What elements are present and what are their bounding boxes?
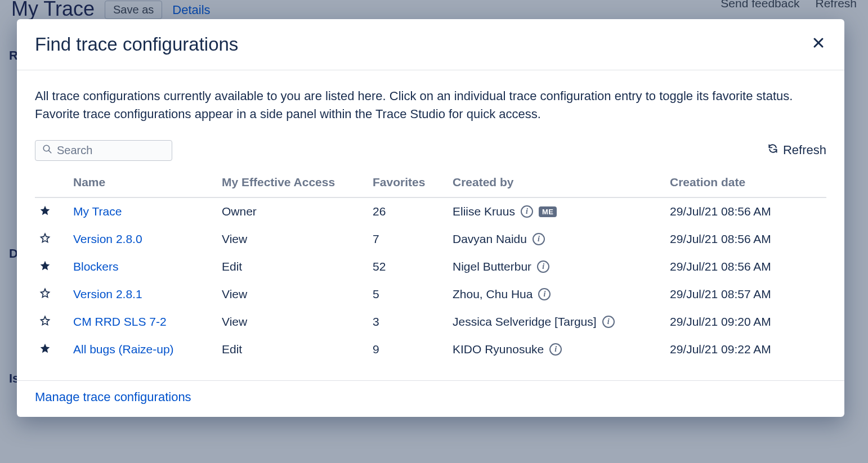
favorite-star-icon[interactable] (39, 315, 51, 326)
modal-title: Find trace configurations (35, 34, 238, 55)
info-icon[interactable]: i (602, 316, 615, 328)
favorite-star-icon[interactable] (39, 260, 51, 271)
favorites-count-cell: 9 (368, 336, 448, 363)
favorites-count-cell: 26 (368, 197, 448, 226)
find-trace-configs-modal: Find trace configurations All trace conf… (17, 19, 844, 417)
search-input[interactable] (57, 144, 165, 157)
info-icon[interactable]: i (538, 288, 551, 300)
table-row: BlockersEdit52Nigel Butterbur i29/Jul/21… (35, 253, 826, 281)
info-icon[interactable]: i (533, 233, 545, 245)
modal-description: All trace configurations currently avail… (35, 87, 826, 123)
favorite-star-icon[interactable] (39, 232, 51, 244)
access-cell: Owner (217, 197, 368, 226)
config-name-link[interactable]: My Trace (73, 205, 122, 218)
creation-date-cell: 29/Jul/21 08:56 AM (665, 226, 826, 253)
creator-name: KIDO Ryunosuke (453, 343, 544, 356)
close-icon[interactable] (811, 35, 826, 54)
creator-name: Eliise Kruus (453, 205, 515, 218)
access-cell: View (217, 281, 368, 308)
svg-line-1 (48, 151, 51, 154)
favorites-count-cell: 7 (368, 226, 448, 253)
favorite-star-icon[interactable] (39, 205, 51, 216)
favorite-star-icon[interactable] (39, 343, 51, 354)
creator-name: Zhou, Chu Hua (453, 287, 533, 301)
table-row: CM RRD SLS 7-2View3Jessica Selveridge [T… (35, 308, 826, 336)
config-name-link[interactable]: All bugs (Raize-up) (73, 343, 174, 356)
creation-date-cell: 29/Jul/21 08:57 AM (665, 281, 826, 308)
col-header-favorites[interactable]: Favorites (368, 170, 448, 197)
creation-date-cell: 29/Jul/21 09:20 AM (665, 308, 826, 336)
col-header-access[interactable]: My Effective Access (217, 170, 368, 197)
refresh-label: Refresh (783, 143, 826, 158)
creation-date-cell: 29/Jul/21 09:22 AM (665, 336, 826, 363)
config-name-link[interactable]: CM RRD SLS 7-2 (73, 315, 167, 328)
access-cell: Edit (217, 253, 368, 281)
creation-date-cell: 29/Jul/21 08:56 AM (665, 197, 826, 226)
me-badge: ME (539, 206, 557, 217)
manage-configs-link[interactable]: Manage trace configurations (35, 390, 191, 404)
info-icon[interactable]: i (549, 343, 562, 356)
access-cell: View (217, 226, 368, 253)
refresh-button[interactable]: Refresh (767, 142, 826, 158)
favorites-count-cell: 52 (368, 253, 448, 281)
table-row: Version 2.8.1View5Zhou, Chu Hua i29/Jul/… (35, 281, 826, 308)
creation-date-cell: 29/Jul/21 08:56 AM (665, 253, 826, 281)
favorite-star-icon[interactable] (39, 287, 51, 299)
info-icon[interactable]: i (521, 205, 533, 218)
config-name-link[interactable]: Blockers (73, 260, 119, 273)
favorites-count-cell: 5 (368, 281, 448, 308)
col-header-name[interactable]: Name (69, 170, 217, 197)
favorites-count-cell: 3 (368, 308, 448, 336)
info-icon[interactable]: i (537, 260, 549, 273)
table-row: All bugs (Raize-up)Edit9KIDO Ryunosuke i… (35, 336, 826, 363)
access-cell: Edit (217, 336, 368, 363)
table-row: Version 2.8.0View7Davyan Naidu i29/Jul/2… (35, 226, 826, 253)
table-row: My TraceOwner26Eliise Kruus i ME29/Jul/2… (35, 197, 826, 226)
access-cell: View (217, 308, 368, 336)
refresh-icon (767, 142, 778, 158)
search-icon (42, 144, 52, 156)
col-header-creation-date[interactable]: Creation date (665, 170, 826, 197)
creator-name: Jessica Selveridge [Targus] (453, 315, 597, 329)
search-input-wrapper[interactable] (35, 140, 172, 161)
config-name-link[interactable]: Version 2.8.1 (73, 287, 142, 300)
col-header-created-by[interactable]: Created by (448, 170, 665, 197)
creator-name: Nigel Butterbur (453, 260, 531, 273)
creator-name: Davyan Naidu (453, 232, 527, 246)
config-name-link[interactable]: Version 2.8.0 (73, 232, 142, 245)
configs-table: Name My Effective Access Favorites Creat… (35, 170, 826, 363)
